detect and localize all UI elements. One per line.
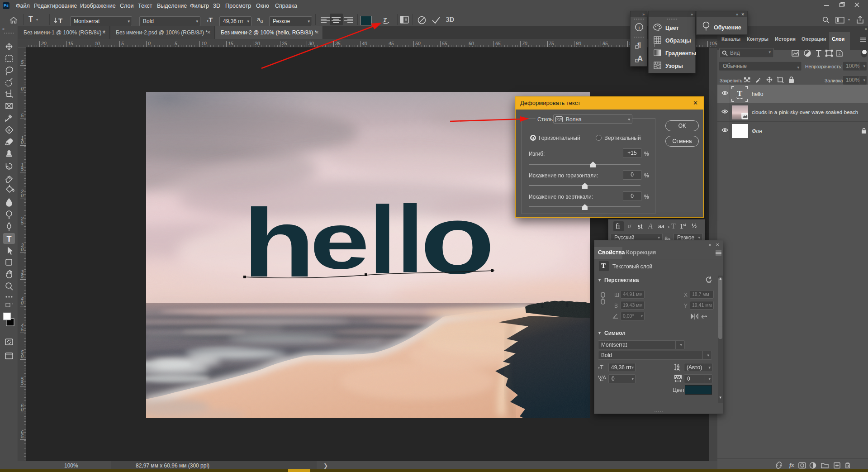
svg-text:T: T [737, 89, 743, 98]
svg-text:h: h [243, 189, 315, 297]
svg-text:T: T [58, 17, 62, 24]
svg-text:e: e [310, 196, 370, 285]
svg-text:T: T [383, 16, 387, 23]
svg-text:i: i [638, 24, 640, 31]
svg-text:A: A [677, 367, 680, 371]
svg-text:VA: VA [675, 375, 681, 380]
svg-text:fx: fx [789, 462, 794, 468]
svg-text:T: T [7, 234, 12, 243]
svg-text:V/A: V/A [598, 375, 606, 380]
svg-text:l: l [369, 186, 396, 294]
svg-text:o: o [420, 185, 495, 294]
svg-text:¶: ¶ [637, 41, 641, 48]
svg-text:l: l [397, 186, 424, 293]
